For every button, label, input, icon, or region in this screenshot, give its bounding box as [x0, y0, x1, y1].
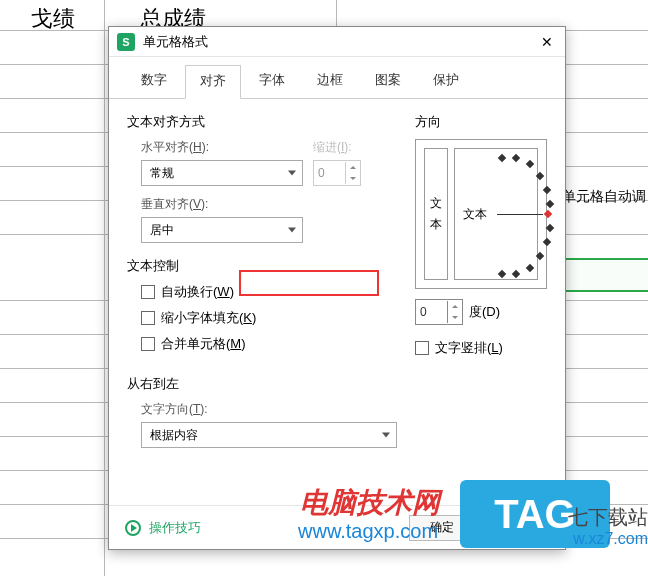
- rtl-section-label: 从右到左: [127, 375, 397, 393]
- v-align-select[interactable]: 居中: [141, 217, 303, 243]
- tab-pattern[interactable]: 图案: [361, 65, 415, 98]
- watermark-text-2: 七下载站: [568, 504, 648, 531]
- indent-spinner[interactable]: 0: [313, 160, 361, 186]
- shrink-to-fit-checkbox[interactable]: 缩小字体填充(K): [141, 309, 397, 327]
- indent-label: 缩进(I):: [313, 139, 361, 156]
- bg-cell: 单元格自动调: [562, 188, 646, 206]
- degree-spinner[interactable]: 0: [415, 299, 463, 325]
- chevron-down-icon: [382, 433, 390, 438]
- close-button[interactable]: ✕: [537, 34, 557, 50]
- selected-cell-hint: [562, 258, 648, 292]
- titlebar: S 单元格格式 ✕: [109, 27, 565, 57]
- checkbox-icon: [141, 337, 155, 351]
- orientation-panel: 文本 文本: [415, 139, 547, 289]
- bg-cell: 戈绩: [0, 0, 105, 34]
- h-align-select[interactable]: 常规: [141, 160, 303, 186]
- watermark-url-2: w.xz7.com: [573, 530, 648, 548]
- chevron-down-icon: [288, 171, 296, 176]
- h-align-label: 水平对齐(H):: [141, 139, 303, 156]
- dialog-title: 单元格格式: [143, 33, 537, 51]
- tab-font[interactable]: 字体: [245, 65, 299, 98]
- checkbox-icon: [415, 341, 429, 355]
- tab-protection[interactable]: 保护: [419, 65, 473, 98]
- tab-alignment[interactable]: 对齐: [185, 65, 241, 99]
- checkbox-icon: [141, 285, 155, 299]
- wrap-text-checkbox[interactable]: 自动换行(W): [141, 283, 397, 301]
- chevron-down-icon: [288, 228, 296, 233]
- vertical-text-button[interactable]: 文本: [424, 148, 448, 280]
- merge-cells-checkbox[interactable]: 合并单元格(M): [141, 335, 397, 353]
- text-control-section-label: 文本控制: [127, 257, 397, 275]
- tab-border[interactable]: 边框: [303, 65, 357, 98]
- degree-label: 度(D): [469, 303, 500, 321]
- direction-section-label: 方向: [415, 113, 547, 131]
- cell-format-dialog: S 单元格格式 ✕ 数字 对齐 字体 边框 图案 保护 文本对齐方式 水平对齐(…: [108, 26, 566, 550]
- watermark-url: www.tagxp.com: [298, 520, 438, 543]
- v-align-label: 垂直对齐(V):: [141, 196, 397, 213]
- wps-logo-icon: S: [117, 33, 135, 51]
- text-direction-select[interactable]: 根据内容: [141, 422, 397, 448]
- angle-indicator-icon: [544, 210, 552, 218]
- checkbox-icon: [141, 311, 155, 325]
- orientation-dial[interactable]: 文本: [454, 148, 538, 280]
- watermark-text: 电脑技术网: [300, 484, 440, 522]
- vertical-text-checkbox[interactable]: 文字竖排(L): [415, 339, 547, 357]
- play-tips-icon[interactable]: [125, 520, 141, 536]
- tab-strip: 数字 对齐 字体 边框 图案 保护: [109, 57, 565, 99]
- text-align-section-label: 文本对齐方式: [127, 113, 397, 131]
- text-direction-label: 文字方向(T):: [141, 401, 397, 418]
- tab-number[interactable]: 数字: [127, 65, 181, 98]
